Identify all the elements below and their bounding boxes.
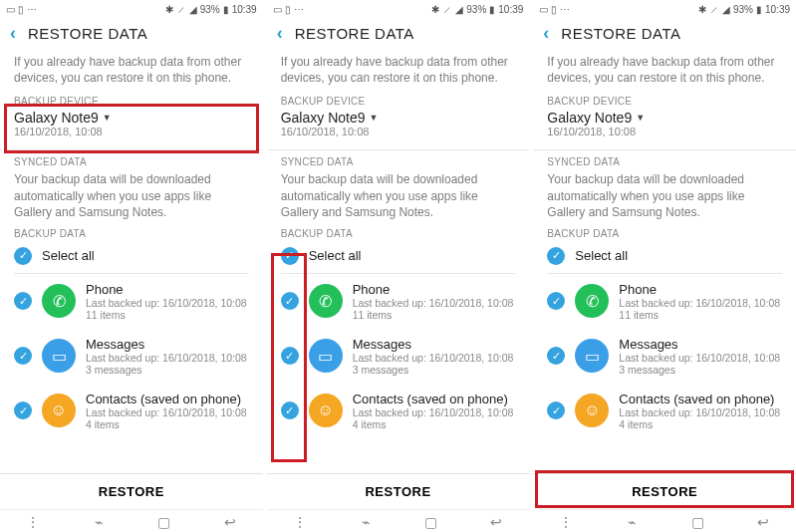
nav-recent-icon[interactable]: ⌁ bbox=[624, 514, 640, 530]
select-all-row[interactable]: ✓ Select all bbox=[533, 239, 796, 273]
backup-device-label: BACKUP DEVICE bbox=[0, 96, 263, 107]
backup-items-list: ✓ Select all ✓ ✆ Phone Last backed up: 1… bbox=[267, 239, 530, 473]
item-count: 4 items bbox=[353, 418, 516, 430]
nav-menu-icon[interactable]: ⋮ bbox=[558, 514, 574, 530]
item-subtitle: Last backed up: 16/10/2018, 10:08 bbox=[619, 352, 782, 364]
synced-data-text: Your backup data will be downloaded auto… bbox=[0, 167, 263, 228]
restore-button[interactable]: RESTORE bbox=[533, 473, 796, 509]
android-navbar: ⋮ ⌁ ▢ ↩ bbox=[267, 509, 530, 532]
item-subtitle: Last backed up: 16/10/2018, 10:08 bbox=[353, 406, 516, 418]
status-icon-more: ⋯ bbox=[560, 4, 570, 15]
list-item[interactable]: ✓ ▭ Messages Last backed up: 16/10/2018,… bbox=[533, 329, 796, 384]
list-item[interactable]: ✓ ▭ Messages Last backed up: 16/10/2018,… bbox=[267, 329, 530, 384]
back-icon[interactable]: ‹ bbox=[277, 24, 283, 42]
battery-icon: ▮ bbox=[489, 4, 495, 15]
nav-back-icon[interactable]: ↩ bbox=[222, 514, 238, 530]
page-header: ‹ RESTORE DATA bbox=[267, 18, 530, 48]
nav-home-icon[interactable]: ▢ bbox=[422, 514, 438, 530]
nav-menu-icon[interactable]: ⋮ bbox=[292, 514, 308, 530]
backup-device-name: Galaxy Note9 bbox=[281, 110, 366, 126]
backup-data-label: BACKUP DATA bbox=[267, 228, 530, 239]
checkbox-checked-icon[interactable]: ✓ bbox=[547, 401, 565, 419]
checkbox-checked-icon[interactable]: ✓ bbox=[14, 401, 32, 419]
intro-text: If you already have backup data from oth… bbox=[0, 48, 263, 96]
item-subtitle: Last backed up: 16/10/2018, 10:08 bbox=[353, 297, 516, 309]
status-icon-sim: ▯ bbox=[285, 4, 291, 15]
restore-button[interactable]: RESTORE bbox=[267, 473, 530, 509]
backup-items-list: ✓ Select all ✓ ✆ Phone Last backed up: 1… bbox=[0, 239, 263, 473]
checkbox-checked-icon[interactable]: ✓ bbox=[14, 347, 32, 365]
item-title: Phone bbox=[619, 282, 782, 297]
battery-pct: 93% bbox=[733, 4, 753, 15]
backup-device-selector[interactable]: Galaxy Note9 ▼ 16/10/2018, 10:08 bbox=[0, 107, 263, 143]
item-count: 4 items bbox=[619, 418, 782, 430]
item-subtitle: Last backed up: 16/10/2018, 10:08 bbox=[353, 352, 516, 364]
back-icon[interactable]: ‹ bbox=[10, 24, 16, 42]
intro-text: If you already have backup data from oth… bbox=[267, 48, 530, 96]
restore-button[interactable]: RESTORE bbox=[0, 473, 263, 509]
synced-data-text: Your backup data will be downloaded auto… bbox=[267, 167, 530, 228]
item-title: Phone bbox=[353, 282, 516, 297]
backup-device-selector[interactable]: Galaxy Note9 ▼ 16/10/2018, 10:08 bbox=[533, 107, 796, 143]
nav-back-icon[interactable]: ↩ bbox=[755, 514, 771, 530]
list-item[interactable]: ✓ ☺ Contacts (saved on phone) Last backe… bbox=[533, 384, 796, 438]
backup-items-list: ✓ Select all ✓ ✆ Phone Last backed up: 1… bbox=[533, 239, 796, 473]
checkbox-checked-icon[interactable]: ✓ bbox=[281, 292, 299, 310]
nav-home-icon[interactable]: ▢ bbox=[689, 514, 705, 530]
select-all-row[interactable]: ✓ Select all bbox=[267, 239, 530, 273]
battery-pct: 93% bbox=[466, 4, 486, 15]
page-title: RESTORE DATA bbox=[561, 25, 680, 42]
nav-recent-icon[interactable]: ⌁ bbox=[91, 514, 107, 530]
status-icon-card: ▭ bbox=[6, 4, 15, 15]
item-title: Phone bbox=[86, 282, 249, 297]
bluetooth-icon: ✱ bbox=[698, 4, 706, 15]
checkbox-checked-icon[interactable]: ✓ bbox=[14, 247, 32, 265]
nav-home-icon[interactable]: ▢ bbox=[156, 514, 172, 530]
item-title: Messages bbox=[619, 337, 782, 352]
backup-device-name: Galaxy Note9 bbox=[547, 110, 632, 126]
item-count: 3 messages bbox=[353, 364, 516, 376]
clock: 10:39 bbox=[765, 4, 790, 15]
wifi-off-icon: ⟋ bbox=[709, 4, 719, 15]
nav-menu-icon[interactable]: ⋮ bbox=[25, 514, 41, 530]
list-item[interactable]: ✓ ▭ Messages Last backed up: 16/10/2018,… bbox=[0, 329, 263, 384]
intro-text: If you already have backup data from oth… bbox=[533, 48, 796, 96]
screenshot-2: ▭ ▯ ⋯ ✱ ⟋ ◢ 93% ▮ 10:39 ‹ RESTORE DATA I… bbox=[267, 0, 530, 532]
nav-recent-icon[interactable]: ⌁ bbox=[358, 514, 374, 530]
list-item[interactable]: ✓ ☺ Contacts (saved on phone) Last backe… bbox=[0, 384, 263, 438]
list-item[interactable]: ✓ ✆ Phone Last backed up: 16/10/2018, 10… bbox=[533, 274, 796, 329]
list-item[interactable]: ✓ ✆ Phone Last backed up: 16/10/2018, 10… bbox=[0, 274, 263, 329]
nav-back-icon[interactable]: ↩ bbox=[488, 514, 504, 530]
list-item[interactable]: ✓ ✆ Phone Last backed up: 16/10/2018, 10… bbox=[267, 274, 530, 329]
item-count: 11 items bbox=[619, 309, 782, 321]
select-all-row[interactable]: ✓ Select all bbox=[0, 239, 263, 273]
bluetooth-icon: ✱ bbox=[431, 4, 439, 15]
android-navbar: ⋮ ⌁ ▢ ↩ bbox=[533, 509, 796, 532]
clock: 10:39 bbox=[498, 4, 523, 15]
checkbox-checked-icon[interactable]: ✓ bbox=[547, 347, 565, 365]
status-icon-sim: ▯ bbox=[18, 4, 24, 15]
item-count: 11 items bbox=[353, 309, 516, 321]
contacts-icon: ☺ bbox=[42, 394, 76, 427]
checkbox-checked-icon[interactable]: ✓ bbox=[14, 292, 32, 310]
checkbox-checked-icon[interactable]: ✓ bbox=[547, 292, 565, 310]
chevron-down-icon: ▼ bbox=[636, 113, 645, 123]
checkbox-checked-icon[interactable]: ✓ bbox=[281, 247, 299, 265]
synced-data-text: Your backup data will be downloaded auto… bbox=[533, 167, 796, 228]
back-icon[interactable]: ‹ bbox=[543, 24, 549, 42]
checkbox-checked-icon[interactable]: ✓ bbox=[281, 347, 299, 365]
page-title: RESTORE DATA bbox=[295, 25, 414, 42]
page-header: ‹ RESTORE DATA bbox=[533, 18, 796, 48]
messages-icon: ▭ bbox=[309, 339, 343, 373]
checkbox-checked-icon[interactable]: ✓ bbox=[547, 247, 565, 265]
battery-icon: ▮ bbox=[223, 4, 229, 15]
list-item[interactable]: ✓ ☺ Contacts (saved on phone) Last backe… bbox=[267, 384, 530, 438]
wifi-off-icon: ⟋ bbox=[442, 4, 452, 15]
phone-icon: ✆ bbox=[309, 284, 343, 318]
status-icon-card: ▭ bbox=[273, 4, 282, 15]
item-count: 11 items bbox=[86, 309, 249, 321]
chevron-down-icon: ▼ bbox=[103, 113, 112, 123]
checkbox-checked-icon[interactable]: ✓ bbox=[281, 401, 299, 419]
backup-device-selector[interactable]: Galaxy Note9 ▼ 16/10/2018, 10:08 bbox=[267, 107, 530, 143]
item-subtitle: Last backed up: 16/10/2018, 10:08 bbox=[86, 352, 249, 364]
